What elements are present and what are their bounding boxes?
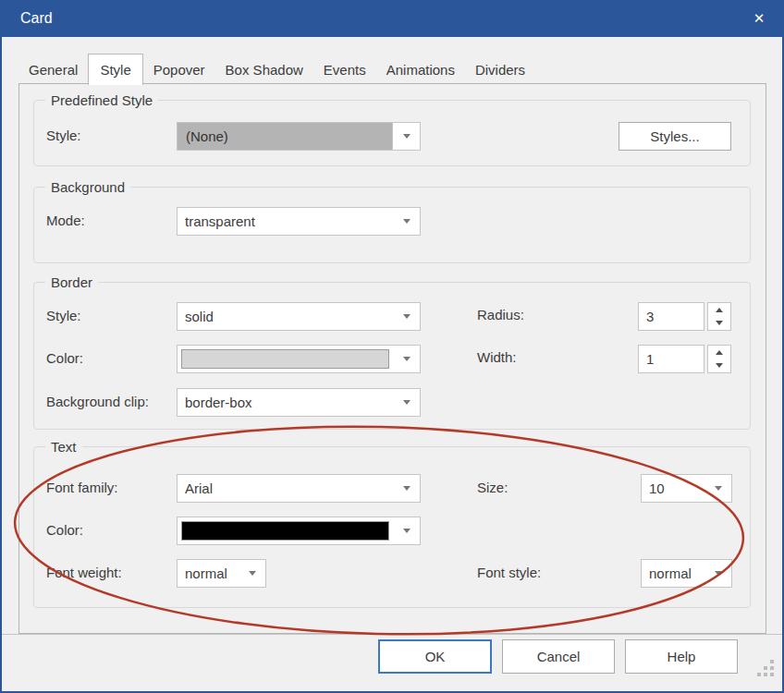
chevron-down-icon xyxy=(715,571,722,576)
radius-input[interactable]: 3 xyxy=(638,302,704,331)
text-color-combo[interactable] xyxy=(177,517,421,545)
tab-events[interactable]: Events xyxy=(313,55,376,84)
chevron-down-icon xyxy=(403,219,410,224)
style-label: Style: xyxy=(46,127,81,145)
text-color-swatch xyxy=(181,521,389,541)
font-family-label: Font family: xyxy=(46,479,118,497)
font-style-label: Font style: xyxy=(477,564,541,582)
chevron-down-icon xyxy=(403,134,410,139)
group-legend: Border xyxy=(45,274,98,292)
spin-up-button[interactable] xyxy=(708,303,730,317)
border-style-combo[interactable]: solid xyxy=(177,302,421,331)
background-clip-value: border-box xyxy=(178,395,403,410)
spin-down-button[interactable] xyxy=(708,359,730,373)
font-style-value: normal xyxy=(642,565,715,581)
width-stepper xyxy=(707,345,731,373)
chevron-down-icon xyxy=(403,314,410,319)
width-input[interactable]: 1 xyxy=(638,345,704,373)
size-combo[interactable]: 10 xyxy=(641,474,732,503)
cancel-button[interactable]: Cancel xyxy=(502,639,615,674)
border-color-label: Color: xyxy=(46,349,83,368)
group-legend: Background xyxy=(45,178,130,197)
styles-button[interactable]: Styles... xyxy=(619,122,731,151)
predefined-style-value: (None) xyxy=(178,123,393,150)
help-button[interactable]: Help xyxy=(625,639,738,674)
chevron-down-icon xyxy=(403,357,410,361)
font-family-combo[interactable]: Arial xyxy=(177,474,421,503)
chevron-down-icon xyxy=(403,486,410,491)
font-style-combo[interactable]: normal xyxy=(641,559,732,588)
titlebar: Card ✕ xyxy=(0,0,784,37)
chevron-down-icon xyxy=(249,571,256,576)
close-button[interactable]: ✕ xyxy=(747,6,771,30)
tab-dividers[interactable]: Dividers xyxy=(465,55,535,84)
tab-popover[interactable]: Popover xyxy=(143,55,215,84)
radius-value: 3 xyxy=(646,309,654,324)
font-family-value: Arial xyxy=(178,480,403,496)
spin-up-icon xyxy=(716,350,723,355)
spin-down-icon xyxy=(716,321,723,325)
background-mode-combo[interactable]: transparent xyxy=(177,207,421,236)
border-style-value: solid xyxy=(178,309,403,324)
text-color-label: Color: xyxy=(46,521,83,540)
background-mode-value: transparent xyxy=(178,213,403,229)
footer-separator xyxy=(2,634,782,635)
spin-down-button[interactable] xyxy=(708,317,730,331)
spin-up-button[interactable] xyxy=(708,346,730,359)
close-icon: ✕ xyxy=(753,10,766,27)
spin-down-icon xyxy=(716,363,723,368)
card-dialog: Card ✕ General Style Popover Box Shadow … xyxy=(0,0,784,693)
border-style-label: Style: xyxy=(46,307,81,325)
font-weight-combo[interactable]: normal xyxy=(177,559,266,588)
tab-general[interactable]: General xyxy=(18,55,88,84)
chevron-down-icon xyxy=(403,400,410,405)
ok-button[interactable]: OK xyxy=(378,639,492,674)
background-clip-combo[interactable]: border-box xyxy=(177,388,421,417)
chevron-down-icon xyxy=(715,486,722,491)
size-label: Size: xyxy=(477,479,508,497)
mode-label: Mode: xyxy=(46,212,85,230)
group-legend: Predefined Style xyxy=(45,91,158,110)
group-legend: Text xyxy=(45,438,82,456)
border-color-swatch xyxy=(181,349,389,369)
chevron-down-icon xyxy=(403,529,410,533)
resize-grip[interactable] xyxy=(756,659,777,679)
window-title: Card xyxy=(20,0,53,37)
background-clip-label: Background clip: xyxy=(46,393,149,411)
radius-stepper xyxy=(707,302,731,331)
width-value: 1 xyxy=(646,351,654,367)
width-label: Width: xyxy=(477,348,517,367)
border-color-combo[interactable] xyxy=(177,345,421,373)
tab-box-shadow[interactable]: Box Shadow xyxy=(215,55,313,84)
font-weight-label: Font weight: xyxy=(46,564,122,582)
tab-strip: General Style Popover Box Shadow Events … xyxy=(18,55,535,84)
tab-animations[interactable]: Animations xyxy=(376,55,465,84)
predefined-style-combo[interactable]: (None) xyxy=(177,122,421,151)
radius-label: Radius: xyxy=(477,306,524,324)
spin-up-icon xyxy=(716,308,723,312)
font-weight-value: normal xyxy=(178,565,249,581)
tab-style[interactable]: Style xyxy=(88,54,142,85)
size-value: 10 xyxy=(642,480,715,496)
